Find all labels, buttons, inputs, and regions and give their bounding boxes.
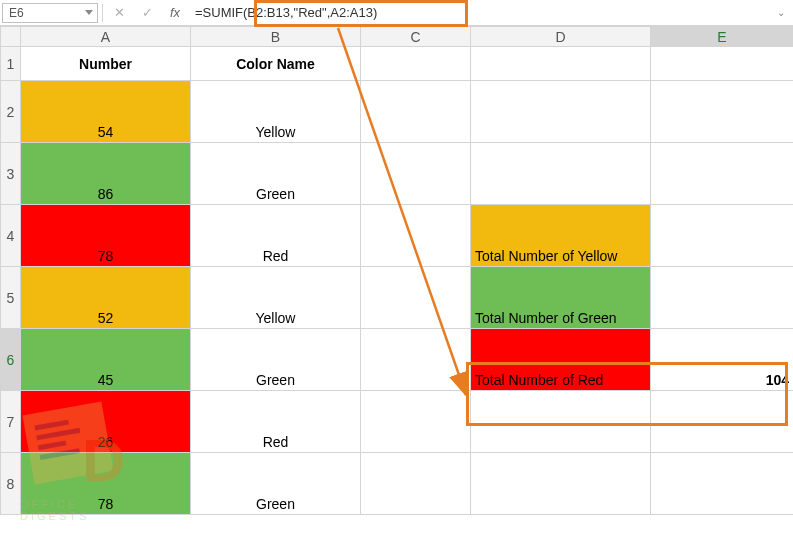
formula-bar: E6 ✕ ✓ fx =SUMIF(B2:B13,"Red",A2:A13) ⌄ bbox=[0, 0, 793, 26]
cell-D1[interactable] bbox=[471, 47, 651, 81]
cell-A8[interactable]: 78 bbox=[21, 453, 191, 515]
col-D[interactable]: D bbox=[471, 27, 651, 47]
confirm-icon[interactable]: ✓ bbox=[135, 3, 159, 23]
cell-B6[interactable]: Green bbox=[191, 329, 361, 391]
cell-B4[interactable]: Red bbox=[191, 205, 361, 267]
cell-C6[interactable] bbox=[361, 329, 471, 391]
cell-E1[interactable] bbox=[651, 47, 794, 81]
table-row: 3 86 Green bbox=[1, 143, 794, 205]
cell-D5[interactable]: Total Number of Green bbox=[471, 267, 651, 329]
table-row: 7 26 Red bbox=[1, 391, 794, 453]
cell-B2[interactable]: Yellow bbox=[191, 81, 361, 143]
table-row: 1 Number Color Name bbox=[1, 47, 794, 81]
cell-C4[interactable] bbox=[361, 205, 471, 267]
cell-A1[interactable]: Number bbox=[21, 47, 191, 81]
cell-A4[interactable]: 78 bbox=[21, 205, 191, 267]
select-all-corner[interactable] bbox=[1, 27, 21, 47]
column-header-row: A B C D E bbox=[1, 27, 794, 47]
col-E[interactable]: E bbox=[651, 27, 794, 47]
cell-C8[interactable] bbox=[361, 453, 471, 515]
cell-E4[interactable] bbox=[651, 205, 794, 267]
name-box[interactable]: E6 bbox=[2, 3, 98, 23]
worksheet: A B C D E 1 Number Color Name 2 54 Yello… bbox=[0, 26, 793, 515]
row-7[interactable]: 7 bbox=[1, 391, 21, 453]
table-row: 4 78 Red Total Number of Yellow bbox=[1, 205, 794, 267]
cell-B8[interactable]: Green bbox=[191, 453, 361, 515]
cell-E2[interactable] bbox=[651, 81, 794, 143]
cell-D6[interactable]: Total Number of Red bbox=[471, 329, 651, 391]
row-8[interactable]: 8 bbox=[1, 453, 21, 515]
table-row: 2 54 Yellow bbox=[1, 81, 794, 143]
grid[interactable]: A B C D E 1 Number Color Name 2 54 Yello… bbox=[0, 26, 793, 515]
cell-E5[interactable] bbox=[651, 267, 794, 329]
cell-C1[interactable] bbox=[361, 47, 471, 81]
row-5[interactable]: 5 bbox=[1, 267, 21, 329]
name-box-value: E6 bbox=[9, 6, 24, 20]
fx-icon[interactable]: fx bbox=[163, 3, 187, 23]
table-row: 6 45 Green Total Number of Red 104 bbox=[1, 329, 794, 391]
table-row: 8 78 Green bbox=[1, 453, 794, 515]
cell-B5[interactable]: Yellow bbox=[191, 267, 361, 329]
cell-E6[interactable]: 104 bbox=[651, 329, 794, 391]
row-2[interactable]: 2 bbox=[1, 81, 21, 143]
cell-E8[interactable] bbox=[651, 453, 794, 515]
cell-B7[interactable]: Red bbox=[191, 391, 361, 453]
cell-E3[interactable] bbox=[651, 143, 794, 205]
cell-D3[interactable] bbox=[471, 143, 651, 205]
cell-D8[interactable] bbox=[471, 453, 651, 515]
cell-D7[interactable] bbox=[471, 391, 651, 453]
col-B[interactable]: B bbox=[191, 27, 361, 47]
cell-A5[interactable]: 52 bbox=[21, 267, 191, 329]
row-6[interactable]: 6 bbox=[1, 329, 21, 391]
cell-A2[interactable]: 54 bbox=[21, 81, 191, 143]
expand-formula-bar-icon[interactable]: ⌄ bbox=[771, 3, 791, 23]
row-3[interactable]: 3 bbox=[1, 143, 21, 205]
cell-D4[interactable]: Total Number of Yellow bbox=[471, 205, 651, 267]
row-4[interactable]: 4 bbox=[1, 205, 21, 267]
cell-D2[interactable] bbox=[471, 81, 651, 143]
col-A[interactable]: A bbox=[21, 27, 191, 47]
table-row: 5 52 Yellow Total Number of Green bbox=[1, 267, 794, 329]
cell-E7[interactable] bbox=[651, 391, 794, 453]
cell-A6[interactable]: 45 bbox=[21, 329, 191, 391]
formula-input[interactable]: =SUMIF(B2:B13,"Red",A2:A13) bbox=[191, 3, 767, 23]
cell-B1[interactable]: Color Name bbox=[191, 47, 361, 81]
cell-C5[interactable] bbox=[361, 267, 471, 329]
cell-C2[interactable] bbox=[361, 81, 471, 143]
cell-C3[interactable] bbox=[361, 143, 471, 205]
cell-A3[interactable]: 86 bbox=[21, 143, 191, 205]
cell-B3[interactable]: Green bbox=[191, 143, 361, 205]
chevron-down-icon[interactable] bbox=[85, 10, 93, 15]
cell-A7[interactable]: 26 bbox=[21, 391, 191, 453]
col-C[interactable]: C bbox=[361, 27, 471, 47]
divider bbox=[102, 4, 103, 22]
cell-C7[interactable] bbox=[361, 391, 471, 453]
row-1[interactable]: 1 bbox=[1, 47, 21, 81]
cancel-icon[interactable]: ✕ bbox=[107, 3, 131, 23]
